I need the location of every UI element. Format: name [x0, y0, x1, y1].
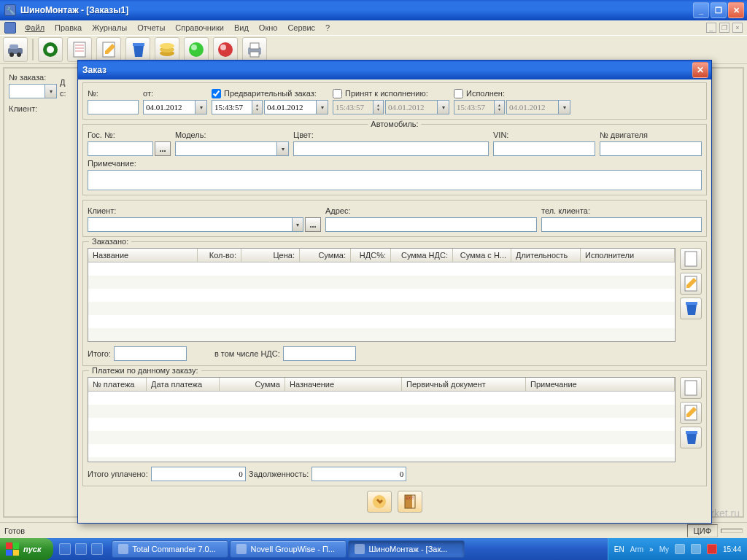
- engine-input[interactable]: [600, 141, 702, 156]
- phone-input[interactable]: [541, 217, 702, 232]
- color-input[interactable]: [293, 141, 489, 156]
- payments-edit-button[interactable]: [680, 402, 702, 424]
- col-workers[interactable]: Исполнители: [581, 249, 675, 262]
- toolbar-bin-icon[interactable]: [125, 37, 150, 62]
- tray-clock[interactable]: 15:44: [723, 545, 741, 553]
- col-name[interactable]: Название: [88, 249, 198, 262]
- ql-ie-icon[interactable]: [59, 543, 71, 555]
- exit-button[interactable]: EXIT: [398, 491, 422, 513]
- dropdown-arrow-icon[interactable]: ▾: [317, 100, 328, 114]
- task-shinomontazh[interactable]: ШиноМонтаж - [Зак...: [348, 540, 465, 558]
- dropdown-arrow-icon[interactable]: ▾: [45, 84, 57, 98]
- menu-reports[interactable]: Отчеты: [133, 22, 169, 34]
- tray-icon-3[interactable]: [707, 544, 717, 554]
- ql-desktop-icon[interactable]: [75, 543, 87, 555]
- tray-lang[interactable]: EN: [614, 545, 624, 553]
- col-duration[interactable]: Длительность: [511, 249, 581, 262]
- start-button[interactable]: пуск: [0, 538, 53, 560]
- client-lookup-button[interactable]: ...: [305, 217, 321, 232]
- pcol-no[interactable]: № платежа: [88, 378, 147, 391]
- maximize-button[interactable]: ❐: [711, 2, 727, 18]
- menu-file[interactable]: Файл: [20, 22, 49, 34]
- payments-delete-button[interactable]: [680, 427, 702, 448]
- menu-service[interactable]: Сервис: [283, 22, 320, 34]
- ok-button[interactable]: [367, 491, 392, 513]
- toolbar-print-icon[interactable]: [242, 37, 267, 62]
- tray-arm[interactable]: Arm: [630, 545, 643, 553]
- ordered-grid[interactable]: Название Кол-во: Цена: Сумма: НДС%: Сумм…: [88, 248, 676, 342]
- spinner-icon[interactable]: ▴▾: [252, 100, 263, 114]
- dropdown-arrow-icon[interactable]: ▾: [438, 100, 449, 114]
- col-sum[interactable]: Сумма:: [300, 249, 351, 262]
- ordered-new-button[interactable]: [680, 248, 702, 270]
- spinner-icon[interactable]: ▴▾: [495, 100, 505, 114]
- menu-help[interactable]: ?: [321, 22, 334, 34]
- payments-grid-body[interactable]: [88, 392, 675, 462]
- ordered-grid-body[interactable]: [88, 262, 675, 341]
- menu-edit[interactable]: Правка: [50, 22, 86, 34]
- mdi-minimize[interactable]: _: [706, 23, 716, 33]
- payments-grid[interactable]: № платежа Дата платежа Сумма Назначение …: [88, 377, 676, 462]
- paid-input[interactable]: [151, 467, 246, 481]
- model-input[interactable]: [175, 141, 277, 156]
- addr-input[interactable]: [325, 217, 537, 232]
- toolbar-wheel-icon[interactable]: [38, 37, 63, 62]
- pcol-sum[interactable]: Сумма: [220, 378, 285, 391]
- preorder-checkbox[interactable]: [212, 89, 221, 98]
- payments-new-button[interactable]: [680, 377, 702, 399]
- tray-icon-1[interactable]: [675, 544, 685, 554]
- dropdown-arrow-icon[interactable]: ▾: [277, 141, 289, 156]
- gosno-lookup-button[interactable]: ...: [155, 141, 171, 156]
- tray-chevrons-icon[interactable]: »: [649, 545, 654, 553]
- col-vatsum[interactable]: Сумма НДС:: [391, 249, 453, 262]
- pcol-note[interactable]: Примечание: [526, 378, 675, 391]
- dialog-close-button[interactable]: ✕: [692, 62, 708, 78]
- toolbar-edit-doc-icon[interactable]: [96, 37, 121, 62]
- col-price[interactable]: Цена:: [241, 249, 300, 262]
- gosno-input[interactable]: [88, 141, 153, 156]
- mdi-restore[interactable]: ❐: [719, 23, 729, 33]
- total-input[interactable]: [114, 346, 187, 361]
- vin-input[interactable]: [493, 141, 595, 156]
- mdi-close[interactable]: ×: [732, 23, 743, 33]
- ql-save-icon[interactable]: [91, 543, 103, 555]
- toolbar-car-icon[interactable]: [3, 37, 28, 62]
- vat-input[interactable]: [283, 346, 356, 361]
- toolbar-money-icon[interactable]: [155, 37, 179, 62]
- accepted-checkbox[interactable]: [333, 89, 342, 98]
- ordered-delete-button[interactable]: [680, 298, 702, 319]
- menu-refs[interactable]: Справочники: [171, 22, 228, 34]
- toolbar-new-doc-icon[interactable]: [67, 37, 92, 62]
- dialog-titlebar[interactable]: Заказ ✕: [78, 61, 711, 79]
- debt-input[interactable]: [311, 467, 406, 481]
- preorder-date-input[interactable]: [264, 100, 317, 114]
- done-checkbox[interactable]: [454, 89, 463, 98]
- client-input[interactable]: [88, 217, 293, 232]
- tray-icon-2[interactable]: [691, 544, 701, 554]
- task-groupwise[interactable]: Novell GroupWise - П...: [230, 540, 347, 558]
- menu-view[interactable]: Вид: [230, 22, 253, 34]
- ordered-edit-button[interactable]: [680, 273, 702, 295]
- date-from-input[interactable]: [143, 100, 196, 114]
- pcol-purpose[interactable]: Назначение: [285, 378, 402, 391]
- dropdown-arrow-icon[interactable]: ▾: [559, 100, 570, 114]
- pcol-doc[interactable]: Первичный документ: [402, 378, 526, 391]
- toolbar-red-light-icon[interactable]: [213, 37, 238, 62]
- col-qty[interactable]: Кол-во:: [198, 249, 241, 262]
- col-sumvat[interactable]: Сумма с Н...: [453, 249, 511, 262]
- pcol-date[interactable]: Дата платежа: [147, 378, 220, 391]
- order-no-field[interactable]: [88, 100, 139, 114]
- dropdown-arrow-icon[interactable]: ▾: [196, 100, 207, 114]
- order-no-input[interactable]: [9, 84, 45, 98]
- tray-my[interactable]: My: [659, 545, 669, 553]
- minimize-button[interactable]: _: [693, 2, 709, 18]
- note-input[interactable]: [88, 170, 702, 190]
- menu-journals[interactable]: Журналы: [88, 22, 131, 34]
- col-vatp[interactable]: НДС%:: [351, 249, 391, 262]
- preorder-time-input[interactable]: [212, 100, 252, 114]
- dropdown-arrow-icon[interactable]: ▾: [293, 217, 303, 232]
- close-button[interactable]: ✕: [728, 2, 744, 18]
- task-total-commander[interactable]: Total Commander 7.0...: [112, 540, 228, 558]
- spinner-icon[interactable]: ▴▾: [374, 100, 384, 114]
- toolbar-green-light-icon[interactable]: [184, 37, 209, 62]
